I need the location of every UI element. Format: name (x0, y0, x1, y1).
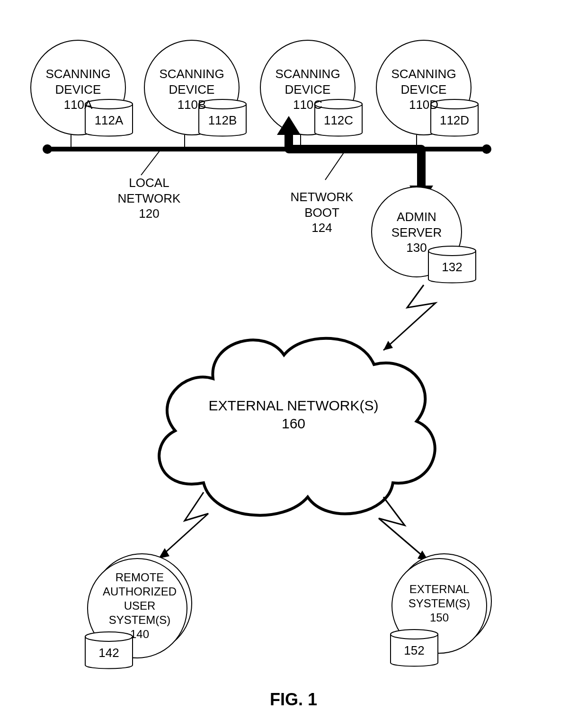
svg-point-13 (43, 144, 52, 154)
svg-point-14 (482, 144, 491, 154)
link-admin-cloud (383, 285, 436, 350)
link-cloud-remote-user (159, 492, 208, 559)
svg-line-18 (325, 150, 346, 180)
storage-142-label: 142 (90, 645, 128, 661)
local-network-label: LOCAL NETWORK 120 (102, 175, 196, 222)
storage-112a-label: 112A (89, 113, 129, 128)
admin-server-label: ADMIN SERVER 130 (381, 209, 452, 256)
network-boot-label: NETWORK BOOT 124 (275, 189, 369, 236)
storage-112c-label: 112C (319, 113, 358, 128)
storage-112b-label: 112B (203, 113, 242, 128)
external-system-label: EXTERNAL SYSTEM(S) 150 (397, 582, 482, 625)
storage-132-label: 132 (433, 259, 471, 275)
figure-label: FIG. 1 (246, 689, 341, 710)
scanning-device-d-label: SCANNING DEVICE 110D (388, 66, 459, 113)
storage-112d-label: 112D (435, 113, 474, 128)
cloud-label: EXTERNAL NETWORK(S) 160 (199, 397, 388, 432)
storage-152-label: 152 (395, 643, 433, 658)
scanning-device-c-label: SCANNING DEVICE 110C (272, 66, 343, 113)
scanning-device-a-label: SCANNING DEVICE 110A (43, 66, 114, 113)
scanning-device-b-label: SCANNING DEVICE 110B (156, 66, 227, 113)
svg-point-29 (391, 630, 438, 639)
svg-line-15 (141, 149, 161, 175)
link-cloud-external-systems (379, 497, 428, 561)
remote-user-label: REMOTE AUTHORIZED USER SYSTEM(S) 140 (90, 570, 189, 641)
